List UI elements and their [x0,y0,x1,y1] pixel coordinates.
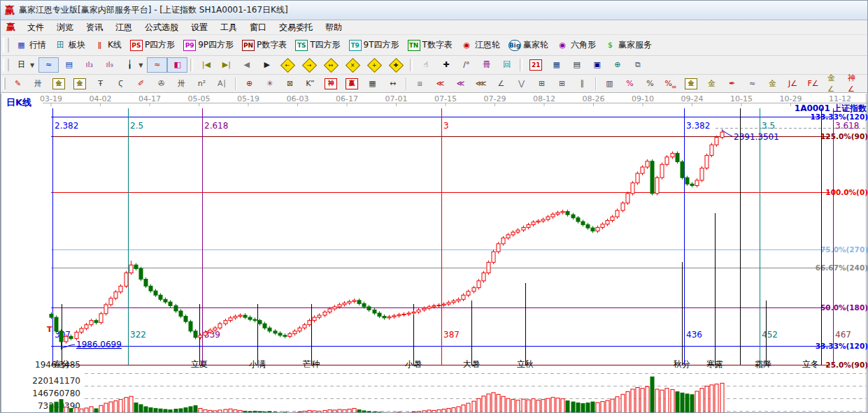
menu-item-2[interactable]: 资讯 [80,21,109,34]
pencil-ruler-tool[interactable]: ✐ [131,76,151,92]
menu-item-0[interactable]: 文件 [21,21,50,34]
ying-tool[interactable]: 赢 [341,76,362,92]
toolbar-grip[interactable] [3,38,9,52]
diamond-x-button[interactable]: × [342,58,364,73]
percent-tool[interactable]: % [640,76,660,92]
skip-last-button[interactable]: ▶| [216,57,236,73]
9p-square-button[interactable]: P99P四方形 [179,37,238,53]
teal-grid-tool[interactable]: 回 [497,57,517,73]
f-grid-tool[interactable]: Ŧ [90,76,111,92]
bars-9-tool[interactable]: ıl₉ [99,57,120,73]
diamond-lr-button[interactable]: ↔ [320,58,342,73]
kline-chart-area[interactable]: 日K线 03-1904-0204-1705-0505-1906-0306-170… [1,93,868,413]
memo-button[interactable]: ▤ [567,57,587,73]
red-rays-tool[interactable]: ≪ [430,76,450,92]
percent-line-tool[interactable]: %‗ [660,76,681,92]
menu-item-8[interactable]: 交易委托 [273,21,319,34]
winner-service-button[interactable]: $赢家服务 [600,37,656,53]
menu-item-1[interactable]: 浏览 [50,21,80,34]
sectors-button[interactable]: 田板块 [50,37,90,53]
save-button[interactable]: ▣ [587,57,607,73]
remote-pc-button[interactable]: ⧉ [627,57,648,73]
box-measure-tool[interactable]: ⧈ [410,76,430,92]
pen-angle-tool[interactable]: ∠ [491,76,511,92]
wave-tri-tool[interactable]: ≈ [742,76,762,92]
next-button[interactable]: ▶ [257,57,277,73]
p-square-button[interactable]: PSP四方形 [126,37,179,53]
p-table-button[interactable]: PNP数字表 [238,37,291,53]
gann-wheel-button[interactable]: ◉江恩轮 [457,37,504,53]
ink-pen-tool[interactable]: ✒ [722,76,742,92]
purple-rays-tool[interactable]: ≪ [450,76,471,92]
grid-a-tool[interactable]: ⊞ [532,76,552,92]
t-table-button[interactable]: TNT数字表 [404,37,457,53]
n-square-tool[interactable]: n² [192,76,212,92]
hexagon-button[interactable]: ◉六角形 [553,37,600,53]
volume-profile-tool[interactable]: ◧ [167,57,187,73]
hand-tool[interactable]: ☝ [415,57,436,73]
candle-style-combo[interactable]: ╽▼ [120,57,147,73]
crosshair-tool[interactable]: ✚ [436,57,456,73]
spiral-tool[interactable]: Ϛ [111,76,131,92]
web-box-tool[interactable]: ⊠ [280,76,300,92]
menu-item-4[interactable]: 公式选股 [138,21,185,34]
calculator-button[interactable]: ▦ [546,57,567,73]
trend-blue-tool[interactable]: ≈ [38,57,59,73]
9t-square-button[interactable]: T99T四方形 [345,37,404,53]
comb-grid-tool[interactable]: 卅 [28,76,48,92]
calendar-button[interactable]: 21 [525,57,546,73]
k-mark-tool[interactable]: K” [300,76,320,92]
diamond-plus-button[interactable]: + [364,58,385,73]
a-line-tool[interactable]: A∣ [212,76,232,92]
gold-circle-tool[interactable]: 金 [681,76,702,92]
menu-item-5[interactable]: 设置 [185,21,214,34]
diamond-right-button[interactable]: → [299,58,320,73]
shen-tool[interactable]: 神 [320,76,341,92]
menu-item-6[interactable]: 工具 [214,21,243,34]
menu-item-3[interactable]: 江恩 [109,21,138,34]
red-target-tool[interactable]: ⊕ [239,76,259,92]
j-angle-tool[interactable]: J∠ [783,76,803,92]
box-rays-tool[interactable]: ⋘ [471,76,491,92]
diamond-expand-button[interactable]: ✚ [385,58,407,73]
v-wave-tool[interactable]: ⋁ [511,76,532,92]
grid-123-tool[interactable]: ▦ [362,76,383,92]
diamond-left-button[interactable]: ← [277,58,299,73]
shen-angle-tool[interactable]: 神∠ [844,76,864,92]
percent-tri-tool[interactable]: % [620,76,640,92]
web-tool[interactable]: ✳ [259,76,280,92]
gold-gann-tool-1[interactable]: 金 [48,76,69,92]
grid-b-tool[interactable]: ⊞ [552,76,572,92]
bars-3-tool[interactable]: ıl₃ [79,57,99,73]
t-square-button[interactable]: TST四方形 [291,37,344,53]
slant-lines-tool[interactable]: ∥ [572,76,592,92]
purple-grid-tool[interactable]: 冊 [476,57,497,73]
gold-line-tool[interactable]: 金 [702,76,722,92]
title-bar[interactable]: 赢 赢家江恩专业版[赢家内部服务平台] - [上证指数 SH1A0001-167… [1,1,867,20]
toolbar-grip[interactable] [3,78,6,90]
kline-svg[interactable]: 03-1904-0204-1705-0505-1906-0306-1707-01… [1,93,868,413]
menu-item-9[interactable]: 帮助 [319,21,348,34]
gold-tool-2[interactable]: 金 [762,76,783,92]
time-wheel-tool[interactable]: ✇ [151,76,171,92]
kline-button[interactable]: ǁK线 [90,37,126,53]
trend-red-tool[interactable]: ≈ [147,57,167,73]
width-measure-tool[interactable]: ↔ [383,76,403,92]
network-button[interactable]: ⊕ [607,57,627,73]
ying-angle-tool[interactable]: 赢∠ [864,76,868,92]
winner-wheel-button[interactable]: Big赢家轮 [504,37,553,53]
column-chart-tool[interactable]: ▥ [599,76,620,92]
period-day-combo[interactable]: 日▼ [11,57,38,73]
gold-angle-tool[interactable]: 金∠ [823,76,844,92]
angle-measure-tool[interactable]: ∕° [456,57,476,73]
prev-button[interactable]: ◀ [236,57,257,73]
comb-grid-tool-2[interactable]: 卅 [171,76,192,92]
f-angle-tool[interactable]: F∠ [803,76,823,92]
quotes-button[interactable]: ▦行情 [11,37,50,53]
toolbar-grip[interactable] [3,59,9,71]
list-doc-tool[interactable]: ▤ [59,57,79,73]
gold-gann-tool-2[interactable]: 金 [69,76,90,92]
pencil-tool[interactable]: ✎ [8,76,28,92]
menu-item-7[interactable]: 窗口 [243,21,273,34]
skip-first-button[interactable]: |◀ [196,57,216,73]
